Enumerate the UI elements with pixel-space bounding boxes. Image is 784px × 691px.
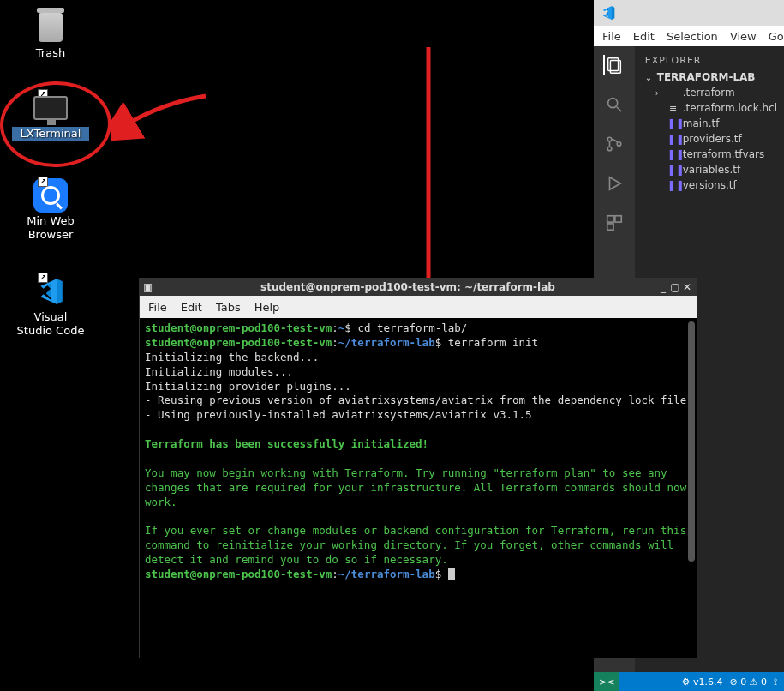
shortcut-badge-icon: ↗ [38, 177, 48, 187]
source-control-icon[interactable] [604, 134, 625, 154]
tree-file[interactable]: ❚❚versions.tf [638, 177, 781, 193]
menu-edit[interactable]: Edit [633, 30, 655, 43]
tree-file[interactable]: ❚❚main.tf [638, 116, 781, 131]
vscode-titlebar[interactable] [594, 0, 784, 26]
terraform-icon: ❚❚ [667, 117, 679, 129]
vscode-statusbar: >< ⚙ v1.6.4 ⊘ 0 ⚠ 0 ⟟ [594, 672, 784, 691]
menu-file[interactable]: File [602, 30, 621, 43]
tree-file[interactable]: ❚❚variables.tf [638, 162, 781, 177]
lock-file-icon: ≡ [667, 103, 679, 114]
chevron-right-icon: › [655, 88, 664, 98]
desktop-icon-lxterminal[interactable]: ↗ LXTerminal [12, 91, 89, 141]
svg-point-6 [607, 147, 612, 151]
term-menu-tabs[interactable]: Tabs [216, 301, 241, 314]
term-menu-file[interactable]: File [148, 301, 167, 314]
icon-label: Trash [12, 46, 89, 60]
terraform-icon: ❚❚ [667, 133, 679, 145]
svg-rect-11 [607, 224, 613, 230]
svg-point-7 [617, 142, 621, 147]
trash-icon [39, 13, 63, 42]
terminal-title: student@onprem-pod100-test-vm: ~/terrafo… [159, 281, 657, 293]
minimize-button[interactable]: _ [657, 281, 669, 293]
icon-label: LXTerminal [12, 127, 89, 141]
svg-point-5 [607, 137, 612, 141]
maximize-button[interactable]: ▢ [669, 281, 681, 293]
desktop-icon-vscode[interactable]: ↗ Visual Studio Code [12, 274, 89, 337]
term-menu-edit[interactable]: Edit [181, 301, 202, 314]
annotation-arrow-icon [111, 86, 214, 146]
terminal-body[interactable]: student@onprem-pod100-test-vm:~$ cd terr… [140, 318, 697, 658]
svg-marker-8 [609, 177, 620, 190]
status-version[interactable]: ⚙ v1.6.4 [682, 676, 723, 688]
svg-rect-9 [607, 216, 613, 222]
explorer-title: EXPLORER [638, 51, 781, 69]
terminal-cursor [448, 568, 455, 580]
tree-file[interactable]: ❚❚terraform.tfvars [638, 147, 781, 162]
terminal-window: ▣ student@onprem-pod100-test-vm: ~/terra… [139, 278, 697, 658]
desktop-icon-minweb[interactable]: ↗ Min Web Browser [12, 178, 89, 241]
terminal-titlebar[interactable]: ▣ student@onprem-pod100-test-vm: ~/terra… [140, 279, 697, 296]
svg-line-4 [617, 107, 622, 112]
status-radio-icon[interactable]: ⟟ [774, 676, 777, 688]
close-button[interactable]: ✕ [681, 281, 693, 293]
tree-root[interactable]: ⌄TERRAFORM-LAB [638, 69, 781, 85]
tree-file[interactable]: ❚❚providers.tf [638, 131, 781, 147]
menu-go[interactable]: Go [769, 30, 784, 43]
shortcut-badge-icon: ↗ [38, 273, 48, 283]
icon-label: Min Web Browser [12, 214, 89, 241]
svg-rect-10 [615, 216, 621, 222]
status-problems[interactable]: ⊘ 0 ⚠ 0 [729, 676, 767, 688]
tree-folder[interactable]: ›.terraform [638, 85, 781, 100]
terminal-titlebar-icon: ▣ [143, 281, 155, 293]
desktop-icon-trash[interactable]: Trash [12, 10, 89, 60]
terraform-icon: ❚❚ [667, 148, 679, 160]
vscode-icon [601, 5, 616, 21]
icon-label: Visual Studio Code [12, 310, 89, 337]
annotation-arrow-icon [403, 43, 454, 317]
tree-file[interactable]: ≡.terraform.lock.hcl [638, 100, 781, 116]
explorer-icon[interactable] [603, 55, 624, 75]
menu-selection[interactable]: Selection [667, 30, 718, 43]
terminal-icon [33, 96, 68, 120]
terraform-icon: ❚❚ [667, 179, 679, 191]
vscode-menubar: File Edit Selection View Go [594, 26, 784, 46]
svg-point-3 [608, 99, 618, 108]
extensions-icon[interactable] [604, 213, 625, 233]
scrollbar[interactable] [688, 321, 695, 562]
chevron-down-icon: ⌄ [645, 73, 654, 82]
run-debug-icon[interactable] [604, 173, 625, 194]
terminal-menubar: File Edit Tabs Help [140, 296, 697, 318]
term-menu-help[interactable]: Help [254, 301, 280, 314]
menu-view[interactable]: View [730, 30, 757, 43]
remote-indicator[interactable]: >< [594, 672, 619, 691]
terraform-icon: ❚❚ [667, 164, 679, 176]
search-icon[interactable] [604, 94, 625, 115]
